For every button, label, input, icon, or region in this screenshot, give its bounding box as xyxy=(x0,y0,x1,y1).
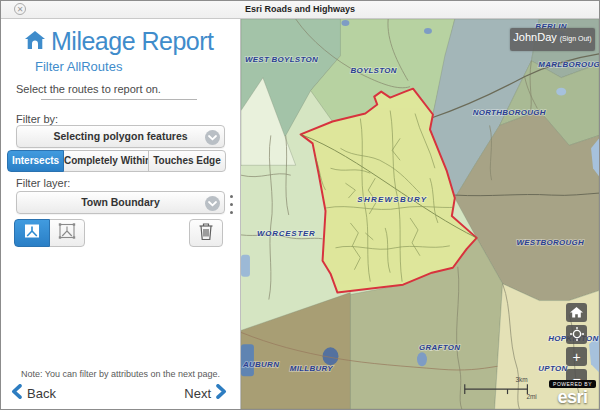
next-label: Next xyxy=(184,386,211,401)
town-label-grafton: GRAFTON xyxy=(419,343,460,352)
select-by-polygon-button[interactable] xyxy=(49,219,85,247)
filter-method-dropdown[interactable]: Selecting polygon features xyxy=(16,125,225,148)
town-label-shrewsbury: SHREWSBURY xyxy=(357,195,427,204)
title-bar: ✕ Esri Roads and Highways xyxy=(1,1,599,19)
town-label-westborough: WESTBOROUGH xyxy=(516,238,584,247)
user-name: JohnDay xyxy=(513,31,556,43)
page-title: Mileage Report xyxy=(51,27,214,56)
divider xyxy=(41,99,197,100)
clear-selection-button[interactable] xyxy=(189,219,223,247)
esri-logo: POWERED BY esri xyxy=(549,372,596,405)
scale-km-label: 3km xyxy=(515,376,527,383)
map-canvas[interactable]: WEST BOYLSTONBOYLSTONBERLINMARLBOROUGHNO… xyxy=(241,19,599,409)
spatial-relation-segmented-control: Intersects Completely Within Touches Edg… xyxy=(7,150,226,172)
trash-icon xyxy=(198,222,214,245)
map-container: WEST BOYLSTONBOYLSTONBERLINMARLBOROUGHNO… xyxy=(241,19,599,409)
filter-layer-dropdown[interactable]: Town Boundary xyxy=(16,191,225,214)
town-label-west-boylston: WEST BOYLSTON xyxy=(245,55,318,64)
town-label-worcester: WORCESTER xyxy=(257,229,316,238)
home-extent-button[interactable] xyxy=(566,303,587,322)
chevron-left-icon xyxy=(11,384,22,403)
touches-edge-button[interactable]: Touches Edge xyxy=(148,150,226,172)
app-title: Esri Roads and Highways xyxy=(1,1,599,17)
mileage-report-panel: Mileage Report Filter AllRoutes Select t… xyxy=(1,19,241,409)
town-label-millbury: MILLBURY xyxy=(290,364,334,373)
select-rectangle-icon xyxy=(22,223,42,244)
chevron-down-icon[interactable] xyxy=(205,196,220,211)
esri-brand-text: esri xyxy=(549,390,596,405)
filter-by-label: Filter by: xyxy=(16,113,58,125)
chevron-right-icon xyxy=(216,384,227,403)
zoom-in-button[interactable]: + xyxy=(566,347,587,366)
filter-method-value: Selecting polygon features xyxy=(53,130,187,142)
filter-layer-label: Filter layer: xyxy=(16,177,70,189)
panel-drag-handle[interactable] xyxy=(230,195,233,214)
select-polygon-icon xyxy=(57,223,77,244)
filter-layer-value: Town Boundary xyxy=(81,196,160,208)
close-icon[interactable]: ✕ xyxy=(14,3,26,15)
selection-tool-group xyxy=(14,219,85,247)
completely-within-button[interactable]: Completely Within xyxy=(63,150,149,172)
locate-button[interactable] xyxy=(566,325,587,344)
home-icon xyxy=(570,306,583,320)
select-by-rectangle-button[interactable] xyxy=(14,219,50,247)
home-house-icon xyxy=(24,30,46,54)
town-label-auburn: AUBURN xyxy=(242,360,279,369)
app-window: ✕ Esri Roads and Highways Mileage Report… xyxy=(0,0,600,410)
sign-out-label: (Sign Out) xyxy=(560,35,592,42)
instruction-text: Select the routes to report on. xyxy=(16,83,161,95)
chevron-down-icon[interactable] xyxy=(205,130,220,145)
crosshair-icon xyxy=(570,327,584,343)
back-button[interactable]: Back xyxy=(11,384,56,403)
scale-mi-label: 2mi xyxy=(526,393,536,400)
town-label-marlborough: MARLBOROUGH xyxy=(538,60,599,69)
back-label: Back xyxy=(27,386,56,401)
next-button[interactable]: Next xyxy=(184,384,227,403)
page-subtitle: Filter AllRoutes xyxy=(35,59,122,74)
intersects-button[interactable]: Intersects xyxy=(7,150,64,172)
user-sign-out-button[interactable]: JohnDay (Sign Out) xyxy=(510,28,595,51)
town-label-northborough: NORTHBOROUGH xyxy=(473,109,546,118)
town-label-boylston: BOYLSTON xyxy=(350,66,396,75)
note-text: Note: You can filter by attributes on th… xyxy=(1,369,240,379)
